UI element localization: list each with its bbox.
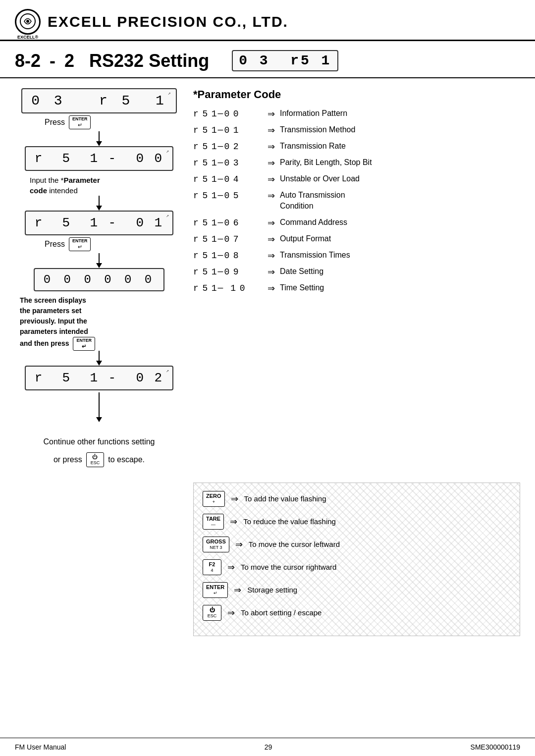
flow-arrow-5 (96, 392, 102, 422)
param-code-04: r 5 1‒0 4 (193, 173, 263, 184)
footer: FM User Manual 29 SME300000119 (0, 738, 535, 756)
gross-net-key[interactable]: GROSS NET 3 (203, 537, 229, 552)
param-item-09: r 5 1‒0 9 ⇒ Date Setting (193, 266, 520, 277)
key-row-f2: F2 4 ⇒ To move the cursor rightward (203, 559, 511, 575)
arrow-enter: ⇒ (234, 585, 241, 595)
footer-left: FM User Manual (15, 743, 66, 751)
or-press-label: or press (54, 452, 82, 468)
arrow-02: ⇒ (268, 141, 275, 152)
zero-key[interactable]: ZERO + (203, 491, 225, 507)
key-row-esc: ⏻ ESC ⇒ To abort setting / escape (203, 605, 511, 621)
param-code-08: r 5 1‒0 8 (193, 250, 263, 261)
param-code-02: r 5 1‒0 2 (193, 141, 263, 152)
param-desc-02: Transmission Rate (280, 141, 346, 152)
screen-displays-label: The screen displays the parameters set p… (20, 295, 95, 351)
key-row-tare: TARE — ⇒ To reduce the value flashing (203, 514, 511, 530)
page-title-section: 8-2-2 RS232 Setting 0 3 r5 1 (0, 41, 535, 78)
param-code-00: r 5 1‒0 0 (193, 108, 263, 119)
param-item-00: r 5 1‒0 0 ⇒ Information Pattern (193, 108, 520, 119)
display-1: 0 3 r 5 1 ↗ (21, 88, 177, 113)
key-desc-enter: Storage setting (247, 586, 297, 594)
param-code-01: r 5 1‒0 1 (193, 124, 263, 135)
right-column: *Parameter Code r 5 1‒0 0 ⇒ Information … (193, 88, 520, 468)
enter-button-2[interactable]: ENTER ↵ (69, 237, 91, 251)
flow-arrow-1 (96, 131, 102, 146)
svg-point-1 (26, 20, 29, 23)
param-desc-00: Information Pattern (280, 108, 347, 119)
flow-arrow-3 (96, 253, 102, 268)
param-code-09: r 5 1‒0 9 (193, 266, 263, 277)
param-code-title: *Parameter Code (193, 88, 520, 101)
param-list: r 5 1‒0 0 ⇒ Information Pattern r 5 1‒0 … (193, 108, 520, 294)
param-desc-05: Auto TransmissionCondition (280, 190, 345, 212)
left-column: 0 3 r 5 1 ↗ Press ENTER ↵ r 5 1 - 0 0 ↗ … (15, 88, 183, 468)
param-desc-10: Time Setting (280, 282, 324, 293)
enter-legend-key[interactable]: ENTER ↵ (203, 582, 228, 598)
press-label-1: Press (45, 118, 65, 127)
arrow-06: ⇒ (268, 217, 275, 228)
to-escape-label: to escape. (108, 452, 145, 468)
page-title: 8-2-2 RS232 Setting 0 3 r5 1 (15, 50, 520, 71)
enter-button-3[interactable]: ENTER ↵ (73, 337, 95, 351)
param-desc-01: Transmission Method (280, 124, 355, 135)
arrow-04: ⇒ (268, 174, 275, 185)
arrow-tare: ⇒ (230, 516, 237, 527)
esc-button[interactable]: ⏻ ESC (86, 452, 105, 467)
input-parameter-label: Input the *Parametercode intended (30, 175, 100, 196)
arrow-01: ⇒ (268, 125, 275, 136)
bottom-section: ZERO + ⇒ To add the value flashing TARE … (0, 478, 535, 636)
footer-right: SME300000119 (471, 743, 520, 751)
key-desc-esc: To abort setting / escape (241, 608, 321, 617)
esc-legend-key[interactable]: ⏻ ESC (203, 605, 221, 621)
key-desc-tare: To reduce the value flashing (243, 517, 336, 526)
continue-line-1: Continue other functions setting (43, 434, 155, 450)
press-label-2: Press (45, 240, 65, 249)
excell-label: EXCELL® (17, 35, 38, 40)
display-2: r 5 1 - 0 0 ↗ (25, 146, 173, 171)
param-item-02: r 5 1‒0 2 ⇒ Transmission Rate (193, 141, 520, 152)
arrow-00: ⇒ (268, 108, 275, 119)
key-desc-f2: To move the cursor rightward (241, 563, 336, 571)
display-4: 0 0 0 0 0 0 (34, 268, 164, 291)
flow-arrow-2 (96, 196, 102, 211)
param-code-05: r 5 1‒0 5 (193, 190, 263, 201)
main-content: 0 3 r 5 1 ↗ Press ENTER ↵ r 5 1 - 0 0 ↗ … (0, 78, 535, 478)
section-title-text: 2 RS232 Setting (64, 51, 209, 71)
company-logo: EXCELL® (15, 9, 41, 35)
param-code-06: r 5 1‒0 6 (193, 217, 263, 228)
arrow-10: ⇒ (268, 283, 275, 294)
enter-button-1[interactable]: ENTER ↵ (69, 115, 91, 129)
key-desc-gross: To move the cursor leftward (249, 540, 340, 548)
footer-page: 29 (265, 743, 272, 751)
tare-key[interactable]: TARE — (203, 514, 224, 530)
escape-row: or press ⏻ ESC to escape. (43, 452, 155, 468)
key-desc-zero: To add the value flashing (244, 494, 326, 503)
arrow-esc: ⇒ (227, 607, 235, 618)
arrow-gross: ⇒ (235, 539, 243, 550)
press-enter-2-row: Press ENTER ↵ (45, 237, 91, 251)
param-item-08: r 5 1‒0 8 ⇒ Transmission Times (193, 250, 520, 261)
param-item-03: r 5 1‒0 3 ⇒ Parity, Bit Length, Stop Bit (193, 157, 520, 168)
param-desc-06: Command Address (280, 217, 347, 228)
display-3: r 5 1 - 0 1 ↗ (25, 211, 173, 235)
arrow-zero: ⇒ (231, 493, 238, 504)
param-code-07: r 5 1‒0 7 (193, 233, 263, 244)
param-item-06: r 5 1‒0 6 ⇒ Command Address (193, 217, 520, 228)
arrow-03: ⇒ (268, 158, 275, 168)
flow-arrow-4 (96, 351, 102, 366)
param-item-01: r 5 1‒0 1 ⇒ Transmission Method (193, 124, 520, 136)
param-desc-09: Date Setting (280, 266, 323, 277)
param-code-10: r 5 1‒ 1 0 (193, 282, 263, 293)
param-item-05: r 5 1‒0 5 ⇒ Auto TransmissionCondition (193, 190, 520, 212)
section-number: 8-2 (15, 51, 41, 71)
param-desc-03: Parity, Bit Length, Stop Bit (280, 157, 372, 168)
key-row-zero: ZERO + ⇒ To add the value flashing (203, 491, 511, 507)
key-row-gross: GROSS NET 3 ⇒ To move the cursor leftwar… (203, 537, 511, 552)
param-item-10: r 5 1‒ 1 0 ⇒ Time Setting (193, 282, 520, 294)
header: EXCELL® EXCELL PRECISION CO., LTD. (0, 0, 535, 41)
continue-text: Continue other functions setting or pres… (43, 434, 155, 468)
press-enter-1-row: Press ENTER ↵ (45, 115, 91, 129)
arrow-07: ⇒ (268, 234, 275, 245)
arrow-05: ⇒ (268, 190, 275, 201)
f2-key[interactable]: F2 4 (203, 559, 221, 575)
